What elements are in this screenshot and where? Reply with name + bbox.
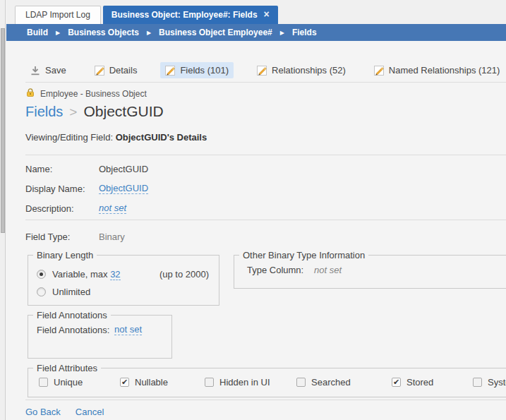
description-edit-link[interactable]: not set: [99, 203, 126, 214]
description-row: Description: not set: [25, 198, 506, 218]
unique-checkbox-item: Unique: [39, 377, 83, 388]
field-annotations-edit-link[interactable]: not set: [114, 324, 142, 335]
hidden-in-ui-checkbox-item: Hidden in UI: [205, 377, 270, 388]
object-label: Employee - Business Object: [40, 89, 147, 99]
main-content: Save Details Fields (101) Relationships …: [6, 41, 506, 420]
relationships-label: Relationships (52): [272, 65, 346, 76]
fields-button[interactable]: Fields (101): [160, 62, 234, 78]
field-type-value: Binary: [99, 232, 125, 242]
cancel-link[interactable]: Cancel: [76, 407, 104, 417]
binary-length-legend: Binary Length: [33, 250, 97, 260]
display-name-row: Display Name: ObjectGUID: [25, 179, 506, 198]
section-separator: [25, 155, 506, 155]
edit-pencil-icon: [95, 66, 104, 76]
other-binary-legend: Other Binary Type Information: [239, 250, 368, 260]
footer-separator: [25, 400, 506, 400]
name-value: ObjectGUID: [99, 164, 148, 174]
field-attributes-fieldset: Field Attributes Unique ✔ Nullable Hidde…: [28, 368, 506, 397]
toolbar-separator: [25, 82, 506, 83]
nullable-label: Nullable: [135, 377, 168, 388]
title-separator: >: [69, 104, 77, 120]
hidden-in-ui-checkbox[interactable]: [205, 378, 214, 387]
tab-close-icon[interactable]: ×: [264, 6, 270, 23]
other-binary-fieldset: Other Binary Type Information Type Colum…: [234, 255, 506, 289]
stored-checkbox-item: ✔ Stored: [392, 377, 433, 388]
breadcrumb-item-business-objects[interactable]: Business Objects: [68, 28, 139, 37]
display-name-edit-link[interactable]: ObjectGUID: [99, 183, 148, 194]
unlimited-label: Unlimited: [52, 287, 90, 297]
stored-label: Stored: [406, 377, 433, 388]
field-name-title: ObjectGUID: [83, 103, 163, 120]
variable-max-option: Variable, max 32 (up to 2000): [37, 265, 212, 283]
up-to-hint: (up to 2000): [159, 269, 212, 280]
name-row: Name: ObjectGUID: [25, 159, 506, 179]
binary-length-fieldset: Binary Length Variable, max 32 (up to 20…: [28, 255, 219, 306]
unlimited-option: Unlimited: [37, 283, 212, 301]
hidden-in-ui-label: Hidden in UI: [219, 377, 270, 388]
unique-label: Unique: [54, 377, 83, 388]
breadcrumb-arrow-icon: ▶: [56, 30, 60, 36]
tab-business-object-fields[interactable]: Business Object: Employee#: Fields×: [103, 6, 278, 24]
breadcrumb-arrow-icon: ▶: [147, 30, 151, 36]
left-scrollbar[interactable]: [0, 0, 6, 420]
searched-label: Searched: [311, 377, 351, 388]
variable-max-label: Variable, max: [52, 269, 110, 280]
tab-strip: LDAP Import Log Business Object: Employe…: [6, 0, 506, 24]
edit-pencil-icon: [257, 66, 267, 76]
lock-icon: [25, 88, 35, 100]
stored-checkbox[interactable]: ✔: [392, 378, 401, 387]
relationships-button[interactable]: Relationships (52): [252, 62, 351, 78]
fields-breadcrumb-link[interactable]: Fields: [25, 104, 63, 120]
edit-pencil-icon: [165, 66, 175, 76]
save-button[interactable]: Save: [25, 62, 71, 78]
system-checkbox[interactable]: [473, 378, 482, 387]
system-checkbox-item: System: [473, 377, 506, 388]
breadcrumb-arrow-icon: ▶: [280, 30, 284, 36]
field-annotations-fieldset: Field Annotations Field Annotations: not…: [28, 315, 172, 359]
description-label: Description:: [25, 203, 99, 214]
searched-checkbox-item: Searched: [296, 377, 351, 388]
named-relationships-button[interactable]: Named Relationships (121): [369, 62, 505, 78]
go-back-link[interactable]: Go Back: [25, 407, 61, 417]
tab-ldap-import-log[interactable]: LDAP Import Log: [15, 6, 101, 24]
section-separator: [25, 220, 506, 220]
nullable-checkbox[interactable]: ✔: [120, 378, 129, 387]
variable-max-radio[interactable]: [37, 270, 46, 279]
field-annotations-legend: Field Annotations: [33, 310, 111, 320]
system-label: System: [488, 377, 506, 388]
field-annotations-label: Field Annotations:: [37, 324, 114, 336]
save-icon: [30, 66, 40, 76]
type-column-row: Type Column: not set: [247, 265, 506, 275]
max-length-edit-link[interactable]: 32: [110, 269, 120, 280]
details-button[interactable]: Details: [90, 62, 143, 78]
type-column-label: Type Column:: [247, 265, 314, 275]
tab-label: Business Object: Employee#: Fields: [112, 10, 258, 20]
edit-pencil-icon: [374, 66, 384, 76]
nullable-checkbox-item: ✔ Nullable: [120, 377, 168, 388]
left-scrollbar-thumb[interactable]: [1, 28, 5, 233]
breadcrumb: Build ▶ Business Objects ▶ Business Obje…: [6, 24, 506, 41]
unique-checkbox[interactable]: [39, 378, 48, 387]
searched-checkbox[interactable]: [296, 378, 306, 387]
page-title: Fields > ObjectGUID: [25, 103, 506, 120]
toolbar: Save Details Fields (101) Relationships …: [25, 62, 506, 78]
save-label: Save: [45, 65, 66, 76]
viewing-editing-line: Viewing/Editing Field: ObjectGUID's Deta…: [25, 132, 506, 143]
name-label: Name:: [25, 164, 99, 174]
details-label: Details: [109, 65, 138, 76]
named-relationships-label: Named Relationships (121): [389, 65, 500, 76]
breadcrumb-item-business-object-employee[interactable]: Business Object Employee#: [159, 28, 272, 37]
breadcrumb-item-fields[interactable]: Fields: [292, 28, 317, 37]
fields-label: Fields (101): [180, 65, 229, 76]
field-type-row: Field Type: Binary: [25, 227, 506, 246]
type-column-value: not set: [314, 265, 342, 275]
display-name-label: Display Name:: [25, 184, 99, 194]
field-type-label: Field Type:: [25, 232, 99, 242]
app-window: LDAP Import Log Business Object: Employe…: [0, 0, 506, 420]
unlimited-radio[interactable]: [37, 287, 46, 296]
breadcrumb-item-build[interactable]: Build: [27, 28, 48, 37]
